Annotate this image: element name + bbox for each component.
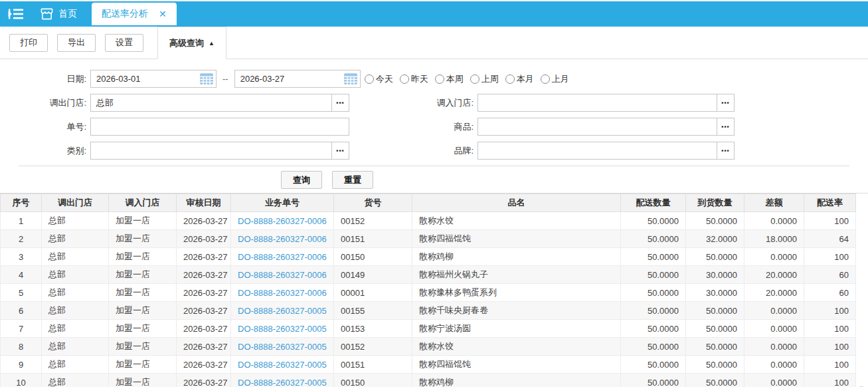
- cell-out-store: 总部: [42, 248, 109, 266]
- cell-order-no[interactable]: DO-8888-260327-0006: [231, 284, 334, 302]
- in-store-input[interactable]: •••: [477, 94, 735, 112]
- cell-item-no: 00001: [334, 284, 412, 302]
- table-row[interactable]: 6总部加盟一店2026-03-27DO-8888-260327-00050015…: [1, 302, 856, 320]
- tab-close-icon[interactable]: ✕: [159, 9, 167, 19]
- table-row[interactable]: 5总部加盟一店2026-03-27DO-8888-260327-00060000…: [1, 284, 856, 302]
- col-header-out-store[interactable]: 调出门店: [42, 194, 109, 212]
- out-store-input[interactable]: 总部 •••: [90, 94, 349, 112]
- col-header-order-no[interactable]: 业务单号: [231, 194, 334, 212]
- radio-this-week[interactable]: 本周: [435, 73, 464, 85]
- collapse-menu-icon[interactable]: [8, 6, 28, 22]
- date-to-input[interactable]: 2026-03-27: [234, 70, 361, 88]
- cell-no: 4: [1, 266, 42, 284]
- col-header-diff[interactable]: 差额: [744, 194, 804, 212]
- filter-row-order-product: 单号: 商品: •••: [0, 118, 868, 136]
- table-row[interactable]: 10总部加盟一店2026-03-27DO-8888-260327-0005001…: [1, 374, 856, 387]
- cell-audit-date: 2026-03-27: [177, 356, 231, 374]
- cell-audit-date: 2026-03-27: [177, 302, 231, 320]
- cell-item-no: 00150: [334, 248, 412, 266]
- cell-delivery-qty: 50.0000: [621, 248, 686, 266]
- category-picker-button[interactable]: •••: [331, 142, 349, 159]
- cell-arrival-qty: 50.0000: [686, 212, 744, 230]
- out-store-picker-button[interactable]: •••: [331, 94, 349, 111]
- cell-order-no[interactable]: DO-8888-260327-0005: [231, 338, 334, 356]
- radio-this-month[interactable]: 本月: [505, 73, 534, 85]
- cell-order-no[interactable]: DO-8888-260327-0005: [231, 302, 334, 320]
- cell-product: 散称福州火锅丸子: [412, 266, 621, 284]
- order-no-input[interactable]: [90, 118, 349, 136]
- col-header-no[interactable]: 序号: [1, 194, 42, 212]
- cell-no: 10: [1, 374, 42, 387]
- cell-no: 9: [1, 356, 42, 374]
- col-header-product[interactable]: 品名: [412, 194, 621, 212]
- radio-circle-icon: [435, 74, 444, 84]
- category-label: 类别:: [0, 145, 90, 157]
- date-to-value: 2026-03-27: [235, 74, 343, 84]
- date-from-input[interactable]: 2026-03-01: [90, 70, 217, 88]
- table-row[interactable]: 9总部加盟一店2026-03-27DO-8888-260327-00050015…: [1, 356, 856, 374]
- table-row[interactable]: 3总部加盟一店2026-03-27DO-8888-260327-00060015…: [1, 248, 856, 266]
- product-picker-button[interactable]: •••: [717, 118, 734, 135]
- radio-today[interactable]: 今天: [365, 73, 393, 85]
- out-store-value: 总部: [91, 94, 331, 111]
- cell-out-store: 总部: [42, 266, 109, 284]
- in-store-label: 调入门店:: [349, 97, 477, 109]
- cell-order-no[interactable]: DO-8888-260327-0006: [231, 212, 334, 230]
- date-from-value: 2026-03-01: [91, 74, 199, 84]
- reset-button[interactable]: 重置: [332, 171, 373, 189]
- in-store-picker-button[interactable]: •••: [717, 94, 734, 111]
- settings-button[interactable]: 设置: [105, 34, 143, 52]
- brand-input[interactable]: •••: [477, 142, 735, 160]
- cell-order-no[interactable]: DO-8888-260327-0005: [231, 356, 334, 374]
- radio-circle-icon: [470, 74, 479, 84]
- tab-delivery-rate-analysis[interactable]: 配送率分析 ✕: [92, 3, 177, 25]
- cell-product: 散称豫林多鸭蛋系列: [412, 284, 621, 302]
- col-header-item-no[interactable]: 货号: [334, 194, 412, 212]
- radio-circle-icon: [541, 74, 550, 84]
- tab-home[interactable]: 首页: [28, 1, 86, 27]
- cell-order-no[interactable]: DO-8888-260327-0006: [231, 248, 334, 266]
- cell-no: 2: [1, 230, 42, 248]
- radio-circle-icon: [365, 74, 374, 84]
- cell-order-no[interactable]: DO-8888-260327-0006: [231, 266, 334, 284]
- cell-delivery-qty: 50.0000: [621, 356, 686, 374]
- table-row[interactable]: 4总部加盟一店2026-03-27DO-8888-260327-00060014…: [1, 266, 856, 284]
- cell-rate: 60: [804, 284, 856, 302]
- export-button[interactable]: 导出: [57, 34, 96, 52]
- table-row[interactable]: 7总部加盟一店2026-03-27DO-8888-260327-00050015…: [1, 320, 856, 338]
- cell-product: 散称千味央厨春卷: [412, 302, 621, 320]
- radio-last-week[interactable]: 上周: [470, 73, 499, 85]
- cell-out-store: 总部: [42, 212, 109, 230]
- calendar-icon[interactable]: [343, 72, 358, 85]
- cell-product: 散称水饺: [412, 212, 621, 230]
- radio-yesterday[interactable]: 昨天: [400, 73, 428, 85]
- cell-order-no[interactable]: DO-8888-260327-0006: [231, 230, 334, 248]
- cell-product: 散称宁波汤圆: [412, 320, 621, 338]
- table-row[interactable]: 2总部加盟一店2026-03-27DO-8888-260327-00060015…: [1, 230, 856, 248]
- radio-last-month[interactable]: 上月: [541, 73, 569, 85]
- col-header-rate[interactable]: 配送率: [804, 194, 856, 212]
- col-header-audit-date[interactable]: 审核日期: [177, 194, 231, 212]
- category-input[interactable]: •••: [90, 142, 349, 160]
- advanced-query-toggle[interactable]: 高级查询 ▲: [157, 27, 226, 59]
- col-header-arrival-qty[interactable]: 到货数量: [686, 194, 744, 212]
- product-input[interactable]: •••: [477, 118, 735, 136]
- brand-picker-button[interactable]: •••: [717, 142, 734, 159]
- print-button[interactable]: 打印: [9, 34, 48, 52]
- cell-no: 1: [1, 212, 42, 230]
- query-button[interactable]: 查询: [281, 171, 322, 189]
- table-row[interactable]: 8总部加盟一店2026-03-27DO-8888-260327-00050015…: [1, 338, 856, 356]
- cell-arrival-qty: 50.0000: [686, 338, 744, 356]
- col-header-delivery-qty[interactable]: 配送数量: [621, 194, 686, 212]
- cell-order-no[interactable]: DO-8888-260327-0005: [231, 374, 334, 387]
- cell-product: 散称四福馄饨: [412, 356, 621, 374]
- cell-order-no[interactable]: DO-8888-260327-0005: [231, 320, 334, 338]
- cell-audit-date: 2026-03-27: [177, 338, 231, 356]
- calendar-icon[interactable]: [199, 72, 214, 85]
- cell-no: 7: [1, 320, 42, 338]
- col-header-in-store[interactable]: 调入门店: [109, 194, 177, 212]
- radio-last-month-label: 上月: [552, 73, 569, 85]
- cell-audit-date: 2026-03-27: [177, 266, 231, 284]
- table-row[interactable]: 1总部加盟一店2026-03-27DO-8888-260327-00060015…: [1, 212, 856, 230]
- brand-label: 品牌:: [349, 145, 477, 157]
